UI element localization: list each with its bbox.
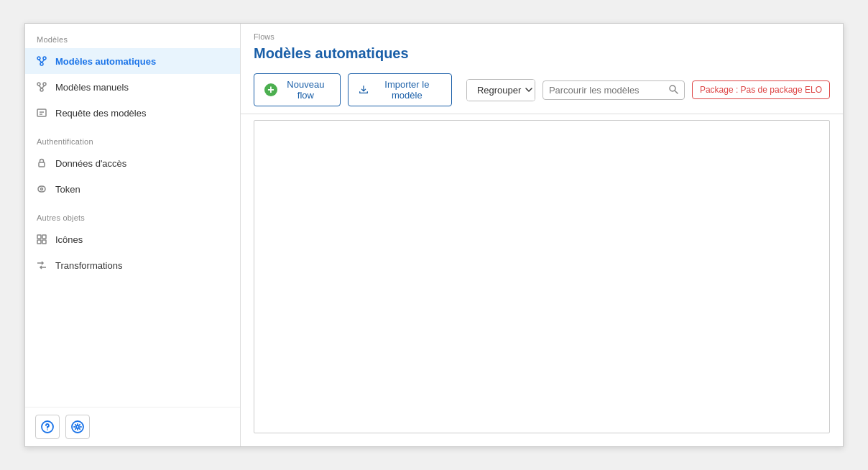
help-button[interactable] bbox=[35, 415, 60, 439]
search-box[interactable] bbox=[542, 80, 685, 100]
chevron-down-icon bbox=[525, 86, 533, 94]
svg-line-4 bbox=[42, 60, 45, 63]
sidebar-item-requete-modeles[interactable]: Requête des modèles bbox=[25, 100, 240, 126]
sidebar-item-label: Modèles manuels bbox=[55, 82, 129, 93]
sidebar-footer bbox=[25, 407, 240, 446]
section-auth-label: Authentification bbox=[25, 126, 240, 150]
new-flow-label: Nouveau flow bbox=[282, 79, 330, 101]
toolbar: + Nouveau flow Importer le modèle Regrou… bbox=[241, 69, 843, 114]
sidebar-item-modeles-automatiques[interactable]: Modèles automatiques bbox=[25, 48, 240, 74]
svg-rect-18 bbox=[42, 240, 46, 244]
transform-icon bbox=[35, 259, 48, 272]
section-modeles-label: Modèles bbox=[25, 24, 240, 48]
svg-point-6 bbox=[43, 83, 46, 86]
section-autres-label: Autres objets bbox=[25, 202, 240, 226]
svg-point-2 bbox=[40, 63, 43, 65]
sidebar-item-token[interactable]: Token bbox=[25, 176, 240, 202]
import-label: Importer le modèle bbox=[373, 79, 441, 101]
svg-point-5 bbox=[37, 83, 40, 86]
lock-icon bbox=[35, 157, 48, 170]
svg-rect-10 bbox=[37, 109, 46, 116]
manual-icon bbox=[35, 80, 48, 93]
sidebar-item-label: Icônes bbox=[55, 234, 83, 245]
svg-line-24 bbox=[675, 91, 678, 93]
sidebar: Modèles Modèles automatiques Modèles man… bbox=[25, 24, 241, 446]
sidebar-item-label: Token bbox=[55, 184, 80, 195]
sidebar-item-modeles-manuels[interactable]: Modèles manuels bbox=[25, 74, 240, 100]
settings-button[interactable] bbox=[65, 415, 90, 439]
svg-point-23 bbox=[670, 86, 675, 91]
query-icon bbox=[35, 106, 48, 119]
svg-rect-16 bbox=[42, 235, 46, 239]
new-flow-button[interactable]: + Nouveau flow bbox=[254, 73, 341, 106]
svg-rect-13 bbox=[39, 162, 45, 167]
app-window: Modèles Modèles automatiques Modèles man… bbox=[24, 23, 844, 447]
sidebar-item-transformations[interactable]: Transformations bbox=[25, 252, 240, 278]
icons-icon bbox=[35, 233, 48, 246]
group-button[interactable]: Regrouper bbox=[466, 79, 535, 101]
plus-icon: + bbox=[264, 83, 277, 96]
svg-rect-17 bbox=[37, 240, 41, 244]
svg-line-3 bbox=[39, 60, 42, 63]
group-label[interactable]: Regrouper bbox=[467, 80, 535, 101]
svg-point-7 bbox=[40, 88, 43, 91]
sidebar-item-label: Requête des modèles bbox=[55, 108, 146, 119]
svg-rect-15 bbox=[37, 235, 41, 239]
import-button[interactable]: Importer le modèle bbox=[348, 73, 452, 106]
svg-point-22 bbox=[76, 425, 79, 428]
main-content: Flows Modèles automatiques + Nouveau flo… bbox=[241, 24, 843, 446]
search-input[interactable] bbox=[549, 85, 664, 96]
sidebar-item-label: Transformations bbox=[55, 260, 122, 271]
sidebar-item-icones[interactable]: Icônes bbox=[25, 226, 240, 252]
content-area bbox=[254, 120, 830, 433]
svg-line-8 bbox=[39, 86, 42, 88]
package-badge: Package : Pas de package ELO bbox=[692, 80, 830, 99]
search-icon bbox=[668, 84, 678, 96]
token-icon bbox=[35, 183, 48, 195]
sidebar-item-label: Modèles automatiques bbox=[55, 56, 156, 67]
flow-icon bbox=[35, 55, 48, 68]
svg-point-0 bbox=[37, 57, 40, 60]
svg-line-9 bbox=[42, 86, 45, 88]
svg-point-20 bbox=[47, 429, 48, 430]
sidebar-item-donnees-acces[interactable]: Données d'accès bbox=[25, 150, 240, 176]
page-title: Modèles automatiques bbox=[241, 42, 843, 69]
svg-point-14 bbox=[41, 188, 43, 190]
sidebar-item-label: Données d'accès bbox=[55, 158, 126, 169]
breadcrumb: Flows bbox=[241, 24, 843, 42]
import-icon bbox=[359, 84, 369, 96]
svg-point-1 bbox=[43, 57, 46, 60]
